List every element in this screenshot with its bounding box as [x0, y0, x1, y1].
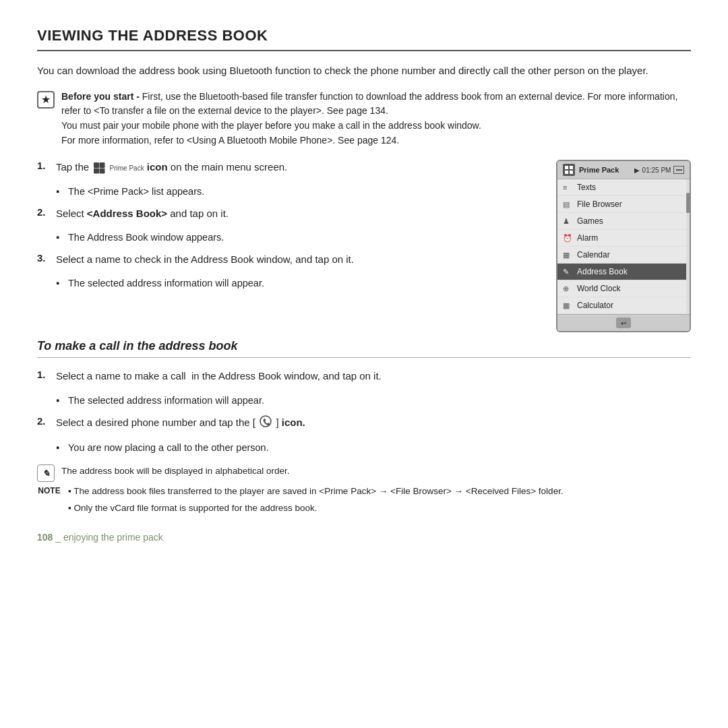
- note-tag: NOTE: [37, 485, 61, 495]
- device-header-left: Prime Pack: [563, 164, 619, 176]
- bottom-note-1: The address book will be displayed in al…: [61, 464, 289, 479]
- footer-text: _ enjoying the prime pack: [55, 532, 163, 543]
- device-header: Prime Pack ▶ 01:25 PM ▪▪▪: [557, 161, 690, 179]
- step-1: 1. Tap the Prime Pack icon on the main m…: [37, 160, 536, 175]
- prime-pack-icon: [93, 162, 105, 174]
- step-2-body: Select <Address Book> and tap on it.: [56, 206, 229, 222]
- filebrowser-icon: ▤: [563, 200, 572, 209]
- device-mockup: Prime Pack ▶ 01:25 PM ▪▪▪ ≡ Texts: [556, 160, 691, 332]
- device-list-item-calculator[interactable]: ▦ Calculator: [557, 297, 686, 314]
- svg-rect-5: [570, 166, 573, 169]
- device-footer: ↩: [557, 314, 690, 331]
- page-title: VIEWING THE ADDRESS BOOK: [37, 27, 691, 51]
- page-number: 108: [37, 532, 53, 543]
- step-2-num: 2.: [37, 206, 52, 218]
- back-button[interactable]: ↩: [616, 317, 631, 328]
- alarm-label: Alarm: [577, 233, 598, 243]
- texts-label: Texts: [577, 183, 596, 192]
- device-time: ▶ 01:25 PM ▪▪▪: [634, 166, 684, 174]
- svg-rect-3: [100, 169, 105, 174]
- device-list-items: ≡ Texts ▤ File Browser ♟ Games ⏰ Alarm: [557, 179, 686, 314]
- note-content: Before you start - First, use the Blueto…: [61, 90, 691, 148]
- step-1-bullet: ▪ The <Prime Pack> list appears.: [56, 185, 536, 200]
- alarm-icon: ⏰: [563, 234, 572, 243]
- device-screen: Prime Pack ▶ 01:25 PM ▪▪▪ ≡ Texts: [556, 160, 691, 332]
- texts-icon: ≡: [563, 183, 572, 191]
- intro-paragraph: You can download the address book using …: [37, 63, 691, 79]
- device-scrollbar[interactable]: [686, 179, 690, 314]
- step-3-num: 3.: [37, 252, 52, 264]
- device-scrollbar-thumb: [686, 193, 690, 213]
- before-you-start-note: ★ Before you start - First, use the Blue…: [37, 90, 691, 148]
- note-pencil-icon: ✎: [37, 464, 55, 482]
- star-icon: ★: [37, 91, 55, 109]
- calendar-icon: ▦: [563, 251, 572, 260]
- device-header-label: Prime Pack: [579, 166, 619, 174]
- device-list-item-texts[interactable]: ≡ Texts: [557, 179, 686, 196]
- phone-icon: 📞: [260, 415, 272, 431]
- calculator-label: Calculator: [577, 301, 613, 310]
- calendar-label: Calendar: [577, 250, 610, 260]
- clock-display: 01:25 PM: [642, 166, 671, 174]
- svg-rect-7: [570, 171, 573, 174]
- bottom-notes: ✎ The address book will be displayed in …: [37, 464, 691, 482]
- worldclock-icon: ⊕: [563, 284, 572, 293]
- device-list-item-games[interactable]: ♟ Games: [557, 213, 686, 230]
- call-subheading: To make a call in the address book: [37, 339, 691, 358]
- call-step-2-body: Select a desired phone number and tap th…: [56, 415, 305, 431]
- step-2: 2. Select <Address Book> and tap on it.: [37, 206, 536, 222]
- call-step-2: 2. Select a desired phone number and tap…: [37, 415, 691, 431]
- device-list-item-alarm[interactable]: ⏰ Alarm: [557, 230, 686, 247]
- steps-column: 1. Tap the Prime Pack icon on the main m…: [37, 160, 536, 298]
- page-footer: 108 _ enjoying the prime pack: [37, 532, 691, 543]
- games-label: Games: [577, 216, 603, 226]
- device-header-icon: [563, 164, 575, 176]
- svg-rect-2: [94, 169, 99, 174]
- call-step-1-bullet: ▪ The selected address information will …: [56, 394, 691, 408]
- device-list-item-addressbook[interactable]: ✎ Address Book: [557, 264, 686, 280]
- svg-text:📞: 📞: [263, 418, 271, 426]
- step-3-bullet: ▪ The selected address information will …: [56, 276, 536, 291]
- calculator-icon: ▦: [563, 301, 572, 310]
- step-1-num: 1.: [37, 160, 52, 171]
- device-list-item-filebrowser[interactable]: ▤ File Browser: [557, 196, 686, 213]
- step-2-bullet: ▪ The Address Book window appears.: [56, 231, 536, 245]
- bottom-notes-2: NOTE ▪ The address book files transferre…: [37, 485, 691, 516]
- step-3-body: Select a name to check in the Address Bo…: [56, 252, 354, 268]
- step-1-body: Tap the Prime Pack icon on the main menu…: [56, 160, 287, 175]
- svg-rect-6: [565, 171, 568, 174]
- svg-rect-4: [565, 166, 568, 169]
- device-list-scroll: ≡ Texts ▤ File Browser ♟ Games ⏰ Alarm: [557, 179, 690, 314]
- addressbook-icon: ✎: [563, 268, 572, 276]
- svg-rect-0: [94, 162, 99, 168]
- svg-rect-1: [100, 162, 105, 168]
- step-3: 3. Select a name to check in the Address…: [37, 252, 536, 268]
- bottom-note-details: ▪ The address book files transferred to …: [68, 485, 564, 516]
- games-icon: ♟: [563, 217, 572, 226]
- device-list-item-calendar[interactable]: ▦ Calendar: [557, 247, 686, 264]
- call-step-1-num: 1.: [37, 369, 52, 380]
- call-step-1: 1. Select a name to make a call in the A…: [37, 369, 691, 384]
- worldclock-label: World Clock: [577, 284, 620, 293]
- addressbook-label: Address Book: [577, 267, 628, 276]
- device-list-item-worldclock[interactable]: ⊕ World Clock: [557, 280, 686, 297]
- call-step-1-body: Select a name to make a call in the Addr…: [56, 369, 382, 384]
- call-step-2-bullet: ▪ You are now placing a call to the othe…: [56, 441, 691, 456]
- steps-and-device-section: 1. Tap the Prime Pack icon on the main m…: [37, 160, 691, 332]
- filebrowser-label: File Browser: [577, 200, 622, 209]
- call-step-2-num: 2.: [37, 415, 52, 427]
